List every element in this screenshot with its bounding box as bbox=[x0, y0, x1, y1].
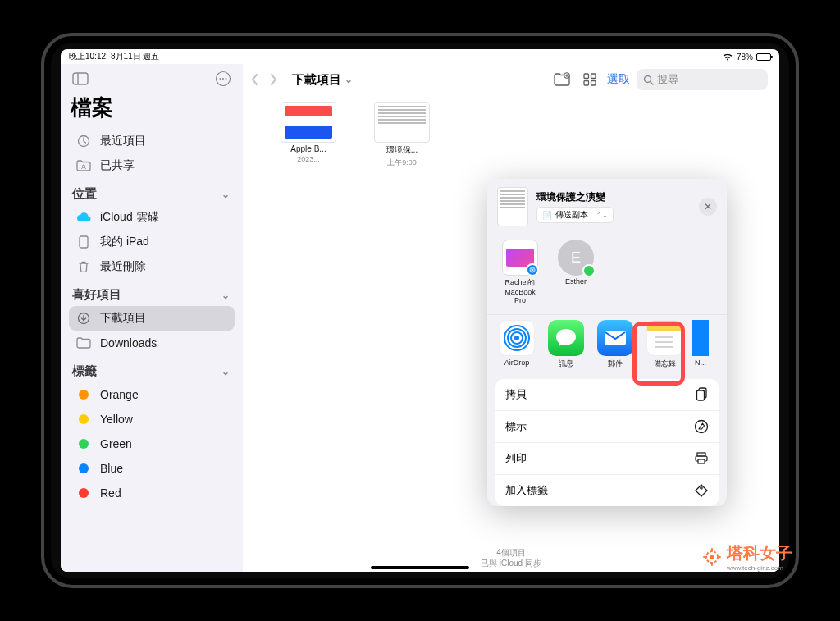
share-thumbnail bbox=[497, 187, 528, 226]
status-bar: 晚上10:12 8月11日 週五 78% bbox=[61, 49, 779, 64]
app-label: 郵件 bbox=[608, 358, 623, 369]
view-grid-button[interactable] bbox=[579, 72, 600, 87]
chevron-down-icon: ⌄ bbox=[345, 74, 353, 85]
sidebar-item-label: Downloads bbox=[100, 336, 157, 349]
share-target-contact[interactable]: E Esther bbox=[551, 240, 600, 304]
more-icon[interactable] bbox=[213, 69, 233, 89]
sidebar-tag-yellow[interactable]: Yellow bbox=[69, 407, 235, 432]
battery-icon bbox=[756, 53, 771, 61]
sidebar-item-label: Blue bbox=[100, 462, 123, 475]
sidebar-tag-red[interactable]: Red bbox=[69, 481, 235, 505]
svg-point-19 bbox=[514, 336, 519, 340]
icloud-icon bbox=[75, 212, 92, 222]
share-sheet: 環境保護之演變 📄 傳送副本 ⌃⌄ ✕ bbox=[487, 179, 727, 506]
share-app-notes[interactable]: 備忘錄 bbox=[643, 320, 686, 369]
sidebar-tag-orange[interactable]: Orange bbox=[69, 382, 235, 407]
watermark-icon bbox=[702, 547, 722, 567]
item-count: 4個項目 bbox=[243, 547, 779, 558]
sidebar-item-label: Red bbox=[100, 486, 121, 500]
app-label: N... bbox=[695, 358, 706, 367]
sidebar-item-my-ipad[interactable]: 我的 iPad bbox=[69, 230, 235, 254]
share-header: 環境保護之演變 📄 傳送副本 ⌃⌄ ✕ bbox=[487, 179, 727, 233]
search-input[interactable]: 搜尋 bbox=[637, 69, 768, 90]
share-action-markup[interactable]: 標示 bbox=[495, 411, 719, 443]
sidebar-tag-green[interactable]: Green bbox=[69, 432, 235, 456]
share-target-label: Rachel的 MacBook Pro bbox=[504, 277, 536, 304]
sidebar-tag-blue[interactable]: Blue bbox=[69, 456, 235, 481]
app-label: AirDrop bbox=[504, 358, 530, 367]
sidebar-title: 檔案 bbox=[69, 92, 235, 129]
tag-dot-icon bbox=[79, 439, 89, 449]
trash-icon bbox=[75, 260, 92, 273]
share-app-airdrop[interactable]: AirDrop bbox=[495, 320, 538, 369]
share-target-device[interactable]: Rachel的 MacBook Pro bbox=[495, 240, 545, 304]
file-item[interactable]: 環境保... 上午9:00 bbox=[369, 102, 435, 168]
sidebar-favorites-heading[interactable]: 喜好項目 ⌄ bbox=[69, 279, 235, 306]
sidebar-item-label: 最近項目 bbox=[100, 134, 146, 148]
select-button[interactable]: 選取 bbox=[607, 72, 630, 87]
sidebar-item-downloads-zh[interactable]: 下載項目 bbox=[69, 306, 235, 331]
svg-rect-13 bbox=[584, 81, 589, 86]
file-item[interactable]: Apple B... 2023... bbox=[276, 102, 341, 168]
location-title[interactable]: 下載項目 ⌄ bbox=[292, 72, 353, 88]
search-placeholder: 搜尋 bbox=[657, 72, 678, 87]
document-icon: 📄 bbox=[542, 211, 552, 220]
share-action-print[interactable]: 列印 bbox=[495, 443, 719, 475]
tag-dot-icon bbox=[79, 390, 89, 400]
new-folder-button[interactable] bbox=[551, 72, 573, 87]
sidebar-item-icloud[interactable]: iCloud 雲碟 bbox=[69, 205, 235, 230]
svg-point-35 bbox=[710, 555, 714, 559]
sync-status: 已與 iCloud 同步 bbox=[243, 558, 779, 568]
share-action-add-tag[interactable]: 加入標籤 bbox=[495, 475, 719, 506]
share-apps-row[interactable]: AirDrop 訊息 郵件 備忘錄 bbox=[487, 314, 727, 374]
sidebar-item-label: 最近刪除 bbox=[100, 259, 146, 274]
share-app-mail[interactable]: 郵件 bbox=[594, 320, 637, 369]
airdrop-icon bbox=[499, 320, 535, 356]
svg-rect-12 bbox=[591, 74, 596, 79]
chevron-down-icon: ⌄ bbox=[221, 189, 230, 200]
messages-icon bbox=[548, 320, 584, 356]
chevron-down-icon: ⌄ bbox=[221, 366, 230, 377]
sidebar-item-label: 我的 iPad bbox=[100, 235, 149, 249]
sidebar-item-label: 已共享 bbox=[100, 158, 135, 173]
share-actions: 拷貝 標示 列印 加入標籤 bbox=[495, 379, 719, 506]
svg-rect-28 bbox=[697, 390, 705, 400]
sidebar-item-shared[interactable]: 已共享 bbox=[69, 153, 235, 178]
home-indicator[interactable] bbox=[371, 566, 469, 569]
svg-rect-11 bbox=[584, 74, 589, 79]
sidebar-toggle-icon[interactable] bbox=[71, 69, 90, 89]
share-title: 環境保護之演變 bbox=[536, 190, 691, 204]
share-app-next[interactable]: N... bbox=[692, 320, 709, 369]
download-icon bbox=[75, 312, 92, 325]
sidebar-tags-heading[interactable]: 標籤 ⌄ bbox=[69, 355, 235, 382]
sidebar-item-recently-deleted[interactable]: 最近刪除 bbox=[69, 254, 235, 279]
svg-rect-0 bbox=[73, 73, 88, 84]
share-app-messages[interactable]: 訊息 bbox=[545, 320, 587, 369]
forward-button[interactable] bbox=[267, 72, 279, 87]
ipad-frame: 晚上10:12 8月11日 週五 78% bbox=[41, 33, 799, 588]
sidebar-locations-heading[interactable]: 位置 ⌄ bbox=[69, 178, 235, 205]
svg-point-16 bbox=[532, 269, 533, 271]
share-targets-row[interactable]: Rachel的 MacBook Pro E Esther bbox=[487, 236, 727, 308]
app-label: 備忘錄 bbox=[654, 358, 676, 369]
share-target-label: Esther bbox=[565, 277, 587, 285]
back-button[interactable] bbox=[249, 72, 261, 87]
clock-icon bbox=[75, 135, 92, 148]
svg-point-33 bbox=[701, 487, 702, 489]
chevron-down-icon: ⌄ bbox=[221, 290, 230, 301]
share-mode-select[interactable]: 📄 傳送副本 ⌃⌄ bbox=[536, 207, 614, 223]
sidebar-item-label: iCloud 雲碟 bbox=[100, 210, 159, 225]
close-button[interactable]: ✕ bbox=[699, 198, 717, 216]
share-action-copy[interactable]: 拷貝 bbox=[495, 379, 719, 411]
airdrop-badge-icon bbox=[526, 263, 539, 276]
watermark: 塔科女子 www.tech-girlz.com bbox=[702, 542, 792, 572]
sidebar-item-recents[interactable]: 最近項目 bbox=[69, 129, 235, 153]
tag-dot-icon bbox=[79, 463, 89, 473]
wifi-icon bbox=[722, 53, 733, 61]
sidebar-item-label: Yellow bbox=[100, 413, 133, 426]
contact-avatar: E bbox=[558, 240, 594, 276]
tag-dot-icon bbox=[79, 488, 89, 498]
print-icon bbox=[694, 452, 709, 465]
sidebar-item-label: Green bbox=[100, 437, 132, 450]
sidebar-item-downloads-en[interactable]: Downloads bbox=[69, 331, 235, 355]
